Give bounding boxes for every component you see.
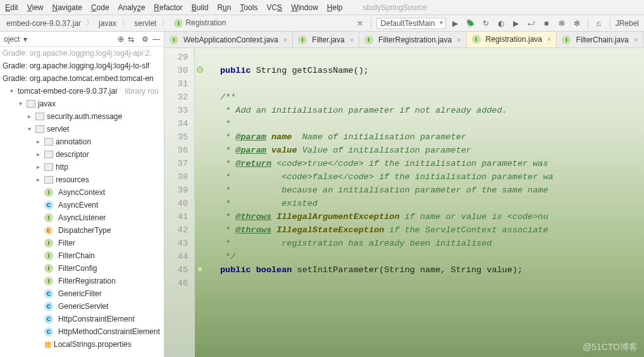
line-number: 33	[164, 104, 194, 117]
chevron-right-icon[interactable]: ▸	[34, 173, 42, 186]
menu-window[interactable]: Window	[291, 3, 318, 12]
tree-lib-1[interactable]: Gradle: org.apache.logging.log4j:log4j-a…	[0, 47, 164, 60]
tab-Registration.java[interactable]: IRegistration.java×	[467, 32, 557, 48]
gutter-mark-icon[interactable]	[197, 266, 203, 272]
folder-icon	[44, 151, 53, 158]
gear-icon[interactable]: ⚙	[142, 35, 149, 44]
tree-pkg-servlet[interactable]: ▾ servlet	[0, 123, 164, 135]
line-number: 38	[164, 170, 194, 184]
tree-class-DispatcherType[interactable]: EDispatcherType	[0, 224, 164, 237]
code-editor[interactable]: 293031323334353637383940414243444546 pub…	[164, 48, 644, 357]
folder-icon	[27, 100, 35, 108]
chevron-right-icon[interactable]: ▸	[34, 135, 42, 148]
menu-build[interactable]: Build	[192, 3, 209, 12]
coverage-button[interactable]: ↻	[480, 18, 492, 29]
tree-class-AsyncEvent[interactable]: CAsyncEvent	[0, 199, 164, 211]
menu-view[interactable]: View	[27, 3, 44, 12]
chevron-down-icon[interactable]: ▾	[16, 97, 24, 110]
menu-bar: Edit View Navigate Code Analyze Refactor…	[0, 0, 644, 15]
line-number: 30	[164, 64, 194, 77]
close-icon[interactable]: ×	[350, 36, 354, 44]
close-icon[interactable]: ×	[634, 36, 638, 44]
build-icon[interactable]: ⤲	[354, 18, 366, 29]
tree-pkg-annotation[interactable]: ▸ annotation	[0, 135, 164, 148]
tree-pkg-security[interactable]: ▸ security.auth.message	[0, 110, 164, 123]
gutter-mark-icon[interactable]	[197, 66, 203, 73]
menu-navigate[interactable]: Navigate	[53, 3, 82, 12]
tab-WebApplicationContext.java[interactable]: IWebApplicationContext.java×	[164, 32, 293, 48]
tree-class-AsyncListener[interactable]: IAsyncListener	[0, 211, 164, 224]
chevron-right-icon[interactable]: ▸	[25, 110, 33, 123]
project-tree[interactable]: Gradle: org.apache.logging.log4j:log4j-a…	[0, 47, 164, 357]
crumb-class[interactable]: IRegistration	[171, 17, 228, 29]
run-anything-icon[interactable]: ▶	[511, 18, 522, 29]
tree-class-GenericFilter[interactable]: CGenericFilter	[0, 287, 164, 300]
tree-jar[interactable]: ▾ tomcat-embed-core-9.0.37.jar library r…	[0, 85, 164, 97]
close-icon[interactable]: ×	[547, 35, 551, 43]
flatten-icon[interactable]: ⊕	[118, 35, 124, 44]
crumb-pkg2[interactable]: servlet	[132, 18, 159, 29]
tab-Filter.java[interactable]: IFilter.java×	[293, 32, 359, 48]
tree-pkg-resources[interactable]: ▸ resources	[0, 173, 164, 186]
tree-class-FilterRegistration[interactable]: IFilterRegistration	[0, 275, 164, 287]
line-number: 41	[164, 210, 194, 223]
menu-run[interactable]: Run	[217, 3, 231, 12]
menu-edit[interactable]: Edit	[5, 3, 18, 12]
type-icon: C	[44, 315, 53, 323]
code-lines[interactable]: public String getClassName(); /** * Add …	[195, 48, 644, 357]
tree-pkg-javax[interactable]: ▾ javax	[0, 97, 164, 110]
tab-FilterChain.java[interactable]: IFilterChain.java×	[557, 32, 643, 48]
debug-button[interactable]: 🪲	[465, 18, 476, 29]
type-icon: I	[44, 239, 53, 247]
close-icon[interactable]: ×	[283, 36, 287, 44]
menu-tools[interactable]: Tools	[240, 3, 257, 12]
git-icon[interactable]: ⎌	[593, 18, 605, 29]
menu-code[interactable]: Code	[91, 3, 109, 12]
tree-class-FilterChain[interactable]: IFilterChain	[0, 249, 164, 262]
profile-button[interactable]: ◐	[495, 18, 507, 29]
close-icon[interactable]: ×	[457, 36, 461, 44]
tab-FilterRegistration.java[interactable]: IFilterRegistration.java×	[359, 32, 466, 48]
jrebel-label[interactable]: JRebel	[616, 19, 639, 28]
menu-refactor[interactable]: Refactor	[154, 3, 182, 12]
tree-class-FilterConfig[interactable]: IFilterConfig	[0, 262, 164, 275]
editor-tabs: IWebApplicationContext.java×IFilter.java…	[164, 32, 644, 48]
folder-icon	[35, 125, 44, 133]
crumb-pkg1[interactable]: javax	[96, 18, 119, 29]
options-icon[interactable]: ⇆	[128, 35, 134, 44]
folder-icon	[44, 176, 53, 184]
tree-lib-2[interactable]: Gradle: org.apache.logging.log4j:log4j-t…	[0, 60, 164, 72]
attach-icon[interactable]: ⮐	[526, 18, 537, 29]
project-name: studySpringSource	[363, 3, 427, 12]
line-number: 35	[164, 130, 194, 144]
stop-button[interactable]: ■	[541, 18, 552, 29]
chevron-down-icon[interactable]: ▾	[8, 85, 15, 97]
jrebel-debug-icon[interactable]: ❇	[571, 18, 583, 29]
navigation-bar: embed-core-9.0.37.jar〉 javax〉 servlet〉 I…	[0, 15, 644, 32]
menu-analyze[interactable]: Analyze	[118, 3, 146, 12]
tree-class-Filter[interactable]: IFilter	[0, 237, 164, 249]
menu-vcs[interactable]: VCS	[266, 3, 282, 12]
hide-icon[interactable]: —	[152, 35, 160, 44]
jrebel-run-icon[interactable]: ❇	[556, 18, 567, 29]
tree-lib-3[interactable]: Gradle: org.apache.tomcat.embed:tomcat-e…	[0, 72, 164, 85]
tree-pkg-descriptor[interactable]: ▸ descriptor	[0, 148, 164, 161]
menu-help[interactable]: Help	[327, 3, 343, 12]
tree-class-AsyncContext[interactable]: IAsyncContext	[0, 186, 164, 199]
crumb-jar[interactable]: embed-core-9.0.37.jar	[4, 18, 84, 29]
tree-class-HttpMethodConstraintElement[interactable]: CHttpMethodConstraintElement	[0, 325, 164, 338]
chevron-right-icon[interactable]: ▸	[34, 161, 42, 173]
run-button[interactable]: ▶	[450, 18, 461, 29]
tree-pkg-http[interactable]: ▸ http	[0, 161, 164, 173]
line-number: 34	[164, 117, 194, 130]
properties-icon: ▦	[44, 338, 51, 351]
chevron-down-icon[interactable]: ▾	[25, 123, 33, 135]
folder-icon	[44, 138, 53, 146]
tree-class-HttpConstraintElement[interactable]: CHttpConstraintElement	[0, 313, 164, 325]
tree-class-GenericServlet[interactable]: CGenericServlet	[0, 300, 164, 313]
type-icon: E	[44, 226, 53, 235]
run-config-select[interactable]: DefaultTestMain	[376, 18, 446, 29]
tree-file-props[interactable]: ▦ LocalStrings.properties	[0, 338, 164, 351]
project-view-label[interactable]: oject	[4, 35, 20, 44]
chevron-right-icon[interactable]: ▸	[34, 148, 42, 161]
